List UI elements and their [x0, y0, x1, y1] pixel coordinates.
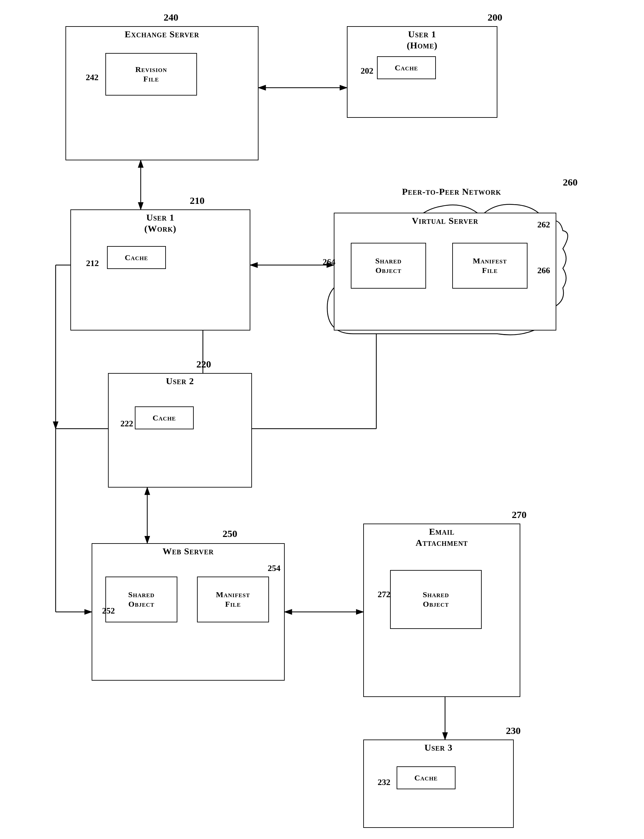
manifest-file-p2p-box: ManifestFile [452, 243, 527, 289]
user1-home-cache-box: Cache [377, 56, 436, 79]
exchange-server-box: Exchange Server RevisionFile 242 [66, 26, 258, 160]
ref-240: 240 [164, 12, 178, 23]
user1-home-cache-label: Cache [392, 62, 421, 74]
ref-266: 266 [537, 266, 550, 276]
ref-252: 252 [102, 606, 115, 616]
peer-network-label: Peer-to-Peer Network [353, 187, 550, 197]
shared-object-web-label: SharedObject [126, 589, 158, 610]
ref-230: 230 [506, 725, 521, 736]
user3-cache-box: Cache [397, 766, 455, 789]
virtual-server-label: Virtual Server [334, 215, 556, 227]
ref-222: 222 [120, 419, 133, 429]
ref-212: 212 [86, 258, 99, 268]
web-server-label: Web Server [92, 546, 284, 557]
revision-file-label: RevisionFile [133, 64, 169, 85]
user1-work-cache-label: Cache [122, 252, 151, 264]
ref-250: 250 [222, 528, 237, 539]
user2-cache-box: Cache [135, 406, 194, 429]
shared-object-email-label: SharedObject [420, 589, 452, 610]
user2-label: User 2 [108, 376, 251, 387]
user3-box: User 3 Cache 232 [363, 739, 514, 828]
shared-object-web-box: SharedObject [105, 576, 177, 622]
user2-cache-label: Cache [150, 412, 178, 424]
shared-object-email-box: SharedObject [390, 570, 482, 629]
email-attachment-box: EmailAttachment SharedObject 272 [363, 524, 520, 697]
shared-object-p2p-label: SharedObject [373, 255, 404, 276]
ref-202: 202 [361, 66, 373, 76]
manifest-file-p2p-label: ManifestFile [470, 255, 509, 276]
manifest-file-web-label: ManifestFile [214, 589, 253, 610]
ref-200: 200 [488, 12, 502, 23]
manifest-file-web-box: ManifestFile [197, 576, 269, 622]
revision-file-box: RevisionFile [105, 53, 197, 95]
ref-270: 270 [512, 509, 527, 520]
web-server-box: Web Server SharedObject ManifestFile 252… [92, 543, 285, 681]
ref-254: 254 [268, 563, 281, 573]
user1-home-box: User 1(Home) Cache 202 [347, 26, 498, 118]
ref-210: 210 [190, 195, 205, 206]
ref-232: 232 [378, 777, 390, 787]
ref-272: 272 [378, 589, 390, 599]
user3-cache-label: Cache [412, 772, 440, 784]
shared-object-p2p-box: SharedObject [351, 243, 426, 289]
exchange-server-label: Exchange Server [66, 29, 258, 40]
ref-220: 220 [196, 359, 211, 370]
ref-260: 260 [563, 177, 578, 188]
user3-label: User 3 [364, 742, 513, 753]
user1-work-cache-box: Cache [107, 246, 166, 269]
user1-work-box: User 1(Work) Cache 212 [71, 209, 250, 330]
ref-242: 242 [86, 73, 99, 82]
email-attachment-label: EmailAttachment [364, 526, 520, 548]
user2-box: User 2 Cache 222 [108, 373, 252, 488]
user1-work-label: User 1(Work) [71, 212, 250, 234]
ref-264: 264 [323, 257, 335, 267]
ref-262: 262 [537, 220, 550, 230]
virtual-server-box: Virtual Server SharedObject ManifestFile… [334, 213, 556, 330]
user1-home-label: User 1(Home) [348, 29, 497, 51]
